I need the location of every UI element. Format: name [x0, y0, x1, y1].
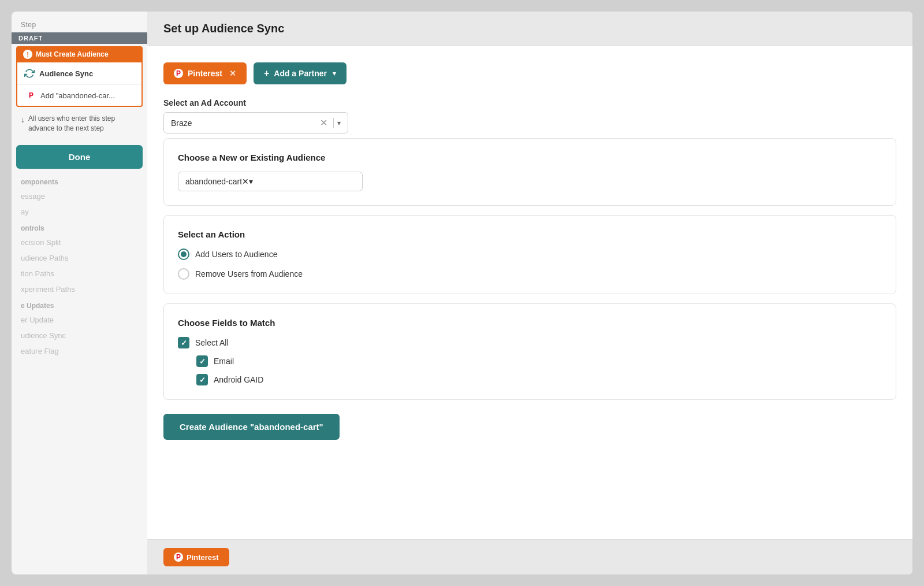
- audience-clear[interactable]: ✕: [242, 177, 249, 186]
- page-title: Set up Audience Sync: [163, 22, 896, 35]
- radio-remove-users-circle[interactable]: [178, 268, 189, 280]
- warning-icon: !: [23, 50, 32, 59]
- nav-item-user-update[interactable]: er Update: [12, 312, 147, 328]
- nav-section-controls: ontrols: [12, 220, 147, 235]
- radio-add-users-circle[interactable]: [178, 249, 189, 260]
- nav-item-decision-split[interactable]: ecision Split: [12, 235, 147, 250]
- radio-add-users-inner: [181, 251, 187, 257]
- partner-row: P Pinterest ✕ + Add a Partner ▾: [163, 62, 896, 84]
- email-label: Email: [214, 357, 234, 366]
- ad-account-clear[interactable]: ✕: [318, 117, 330, 128]
- sidebar: Step DRAFT ! Must Create Audience Audien…: [12, 12, 147, 574]
- ad-account-label: Select an Ad Account: [163, 98, 896, 107]
- fields-section: Choose Fields to Match ✓ Select All ✓ Em…: [163, 303, 896, 400]
- email-checkbox[interactable]: ✓: [196, 355, 208, 367]
- email-option[interactable]: ✓ Email: [178, 355, 882, 367]
- main-body: P Pinterest ✕ + Add a Partner ▾ Select a…: [147, 46, 912, 539]
- bottom-pinterest-button[interactable]: P Pinterest: [163, 548, 229, 566]
- close-icon[interactable]: ✕: [229, 69, 236, 78]
- select-all-checkbox[interactable]: ✓: [178, 337, 189, 348]
- add-audience-item[interactable]: P Add "abandoned-car...: [17, 84, 141, 106]
- main-panel: Set up Audience Sync P Pinterest ✕ + Add…: [147, 12, 912, 574]
- ad-account-select[interactable]: Braze ✕ ▾: [163, 112, 348, 133]
- step-label: Step: [12, 12, 147, 32]
- android-gaid-option[interactable]: ✓ Android GAID: [178, 374, 882, 385]
- bottom-pinterest-icon: P: [174, 552, 183, 562]
- ad-account-section: Select an Ad Account Braze ✕ ▾: [163, 98, 896, 133]
- android-gaid-checkbox[interactable]: ✓: [196, 374, 208, 385]
- radio-remove-users-label: Remove Users from Audience: [195, 269, 303, 279]
- must-create-warning: ! Must Create Audience: [16, 46, 143, 62]
- sync-icon: [24, 68, 35, 79]
- action-radio-group: Add Users to Audience Remove Users from …: [178, 249, 882, 280]
- ad-account-value: Braze: [171, 118, 318, 128]
- plus-icon: +: [264, 68, 269, 79]
- select-all-option[interactable]: ✓ Select All: [178, 337, 882, 348]
- nav-item-action-paths[interactable]: tion Paths: [12, 266, 147, 281]
- android-gaid-label: Android GAID: [214, 375, 263, 384]
- android-gaid-check-icon: ✓: [199, 376, 206, 384]
- action-section: Select an Action Add Users to Audience R…: [163, 215, 896, 294]
- audience-select[interactable]: abandoned-cart ✕ ▾: [178, 172, 363, 191]
- ad-account-dropdown-arrow[interactable]: ▾: [337, 119, 341, 127]
- done-button[interactable]: Done: [16, 145, 143, 169]
- audience-sync-label: Audience Sync: [39, 69, 93, 78]
- fields-section-title: Choose Fields to Match: [178, 318, 882, 328]
- bottom-bar: P Pinterest: [147, 539, 912, 574]
- audience-dropdown-arrow[interactable]: ▾: [249, 177, 253, 186]
- pinterest-icon: P: [174, 69, 183, 78]
- radio-add-users[interactable]: Add Users to Audience: [178, 249, 882, 260]
- check-icon: ✓: [181, 339, 187, 347]
- nav-item-audience-sync[interactable]: udience Sync: [12, 328, 147, 343]
- audience-section: Choose a New or Existing Audience abando…: [163, 138, 896, 206]
- advance-text: ↓ All users who enter this step advance …: [12, 107, 147, 140]
- radio-remove-users[interactable]: Remove Users from Audience: [178, 268, 882, 280]
- select-all-label: Select All: [195, 338, 229, 347]
- nav-item-audience-paths[interactable]: udience Paths: [12, 250, 147, 266]
- audience-sync-item[interactable]: Audience Sync: [17, 62, 141, 84]
- create-audience-button[interactable]: Create Audience "abandoned-cart": [163, 414, 340, 440]
- selected-step-box: Audience Sync P Add "abandoned-car...: [16, 62, 143, 107]
- arrow-down-icon: ↓: [21, 114, 25, 126]
- radio-add-users-label: Add Users to Audience: [195, 250, 277, 259]
- nav-section-components: omponents: [12, 173, 147, 188]
- add-partner-button[interactable]: + Add a Partner ▾: [254, 62, 346, 84]
- nav-item-message[interactable]: essage: [12, 188, 147, 204]
- nav-item-experiment-paths[interactable]: xperiment Paths: [12, 281, 147, 297]
- action-section-title: Select an Action: [178, 229, 882, 239]
- pinterest-button[interactable]: P Pinterest ✕: [163, 62, 247, 84]
- nav-item-delay[interactable]: ay: [12, 204, 147, 220]
- nav-section-updates: e Updates: [12, 297, 147, 312]
- must-create-label: Must Create Audience: [36, 50, 109, 58]
- email-check-icon: ✓: [199, 357, 206, 366]
- draft-badge: DRAFT: [12, 32, 147, 44]
- pinterest-small-icon: P: [27, 91, 36, 100]
- selected-arrow: [141, 68, 143, 79]
- chevron-down-icon: ▾: [333, 70, 336, 77]
- audience-section-title: Choose a New or Existing Audience: [178, 153, 882, 162]
- audience-value: abandoned-cart: [185, 177, 242, 186]
- select-divider: [333, 118, 334, 128]
- nav-item-feature-flag[interactable]: eature Flag: [12, 343, 147, 359]
- checkbox-group: ✓ Select All ✓ Email ✓ Andr: [178, 337, 882, 385]
- add-audience-label: Add "abandoned-car...: [40, 91, 115, 100]
- main-header: Set up Audience Sync: [147, 12, 912, 46]
